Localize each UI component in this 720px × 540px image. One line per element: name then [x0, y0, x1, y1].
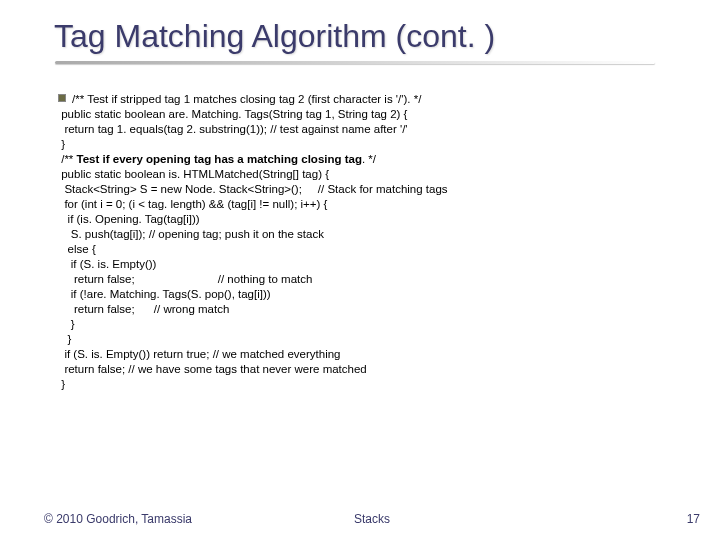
- code-line: if (is. Opening. Tag(tag[i])): [58, 213, 200, 225]
- code-block: /** Test if stripped tag 1 matches closi…: [58, 92, 720, 392]
- code-line: if (!are. Matching. Tags(S. pop(), tag[i…: [58, 288, 271, 300]
- code-line: return false; // wrong match: [58, 303, 229, 315]
- code-line: if (S. is. Empty()): [58, 258, 156, 270]
- code-line: return tag 1. equals(tag 2. substring(1)…: [58, 123, 408, 135]
- code-line: if (S. is. Empty()) return true; // we m…: [58, 348, 340, 360]
- footer: © 2010 Goodrich, Tamassia Stacks 17: [44, 512, 700, 526]
- code-line: public static boolean is. HTMLMatched(St…: [58, 168, 329, 180]
- code-line: public static boolean are. Matching. Tag…: [58, 108, 407, 120]
- code-bold: Test if every opening tag has a matching…: [77, 153, 362, 165]
- bullet-icon: [58, 94, 66, 102]
- code-line: . */: [362, 153, 376, 165]
- code-line: }: [58, 138, 65, 150]
- code-line: /** Test if stripped tag 1 matches closi…: [72, 93, 421, 105]
- title-underline: [55, 61, 655, 64]
- slide-title: Tag Matching Algorithm (cont. ): [0, 0, 720, 55]
- code-line: }: [58, 378, 65, 390]
- code-line: return false; // we have some tags that …: [58, 363, 367, 375]
- code-line: }: [58, 333, 71, 345]
- code-line: Stack<String> S = new Node. Stack<String…: [58, 183, 448, 195]
- code-line: }: [58, 318, 75, 330]
- code-line: return false; // nothing to match: [58, 273, 312, 285]
- code-line: S. push(tag[i]); // opening tag; push it…: [58, 228, 324, 240]
- code-line: for (int i = 0; (i < tag. length) && (ta…: [58, 198, 327, 210]
- footer-center: Stacks: [354, 512, 390, 526]
- footer-right: 17: [687, 512, 700, 526]
- code-line: else {: [58, 243, 96, 255]
- footer-left: © 2010 Goodrich, Tamassia: [44, 512, 192, 526]
- code-line: /**: [58, 153, 77, 165]
